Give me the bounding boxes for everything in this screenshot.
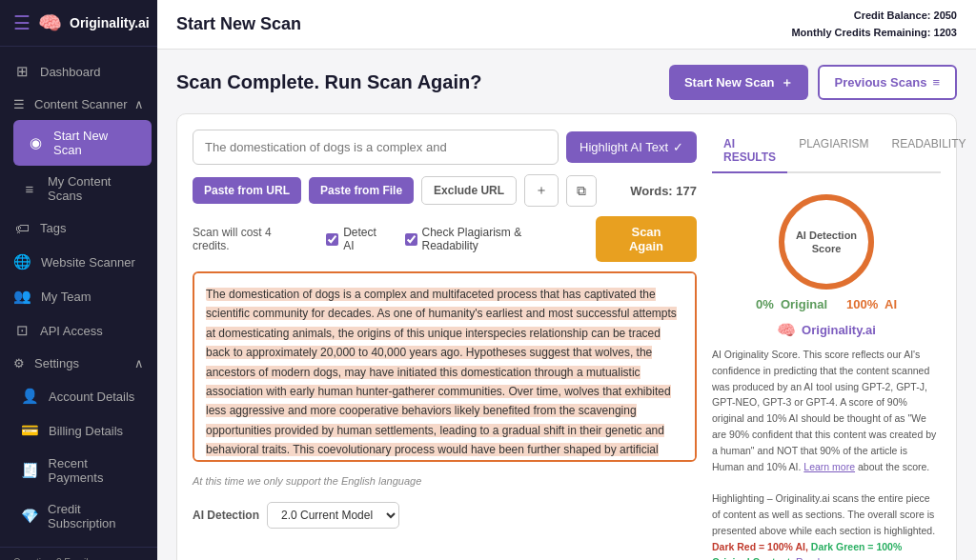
tag-icon: 🏷 [13,220,30,236]
sidebar-item-dashboard[interactable]: ⊞ Dashboard [0,54,157,89]
sidebar-sub-scanner: ◉ Start New Scan ≡ My Content Scans [0,120,157,211]
receipt-icon: 🧾 [21,462,39,479]
read-more-link[interactable]: Read more. [796,556,848,560]
previous-scans-label: Previous Scans [835,75,927,90]
tab-plagiarism[interactable]: PLAGIARISM [787,130,880,173]
sidebar-item-api-access[interactable]: ⊡ API Access [0,313,157,348]
exclude-url-button[interactable]: Exclude URL [421,176,517,205]
content-area: Scan Complete. Run Scan Again? Start New… [157,50,976,560]
paste-from-file-button[interactable]: Paste from File [309,177,414,204]
brain-logo-icon: 🧠 [38,11,62,34]
action-row: Paste from URL Paste from File Exclude U… [193,174,697,207]
paste-from-url-button[interactable]: Paste from URL [193,177,301,204]
globe-icon: 🌐 [13,253,31,270]
sidebar-item-label: Billing Details [49,424,123,438]
ai-detection-row: AI Detection 2.0 Current Model [193,502,697,529]
topbar: Start New Scan Credit Balance: 2050 Mont… [157,0,976,50]
sidebar-footer: Questions? Email support@originality.ai … [0,547,157,560]
sidebar-item-label: Dashboard [40,65,101,79]
brand-name: Originality.ai [70,15,150,30]
scanner-left: Highlight AI Text ✓ Paste from URL Paste… [193,130,697,560]
scanner-box: Highlight AI Text ✓ Paste from URL Paste… [176,113,957,560]
originality-brand-name: Originality.ai [802,323,876,337]
highlighted-text-area: The domestication of dogs is a complex a… [193,271,697,462]
sidebar-item-tags[interactable]: 🏷 Tags [0,211,157,245]
learn-more-link[interactable]: Learn more [803,461,855,472]
copy-icon-button[interactable]: ⧉ [566,175,597,207]
scan-again-button[interactable]: Scan Again [596,216,697,262]
sidebar-item-my-team[interactable]: 👥 My Team [0,279,157,313]
score-circle: AI Detection Score [779,194,874,290]
dark-red-legend: Dark Red = 100% AI, [712,541,808,552]
scan-header-buttons: Start New Scan ＋ Previous Scans ≡ [669,65,957,100]
sidebar-item-content-scanner[interactable]: ☰ Content Scanner ∧ [0,89,157,120]
diamond-icon: 💎 [21,508,38,525]
sidebar-item-label: Website Scanner [41,255,135,270]
ai-score: 100% AI [846,297,897,311]
detect-ai-checkbox-label[interactable]: Detect AI [326,226,389,252]
score-row: 0% Original 100% AI [712,297,941,311]
scan-text-input[interactable] [193,130,559,165]
sidebar-item-label: Recent Payments [49,456,144,485]
originality-brain-icon: 🧠 [777,321,796,339]
scan-complete-title: Scan Complete. Run Scan Again? [176,71,481,93]
sidebar-item-account-details[interactable]: 👤 Account Details [8,379,157,413]
sidebar-sub-settings: 👤 Account Details 💳 Billing Details 🧾 Re… [0,379,157,539]
add-icon-button[interactable]: ＋ [524,174,559,207]
highlight-ai-text-button[interactable]: Highlight AI Text ✓ [566,131,697,163]
originality-brand: 🧠 Originality.ai [712,321,941,339]
scan-header: Scan Complete. Run Scan Again? Start New… [176,65,957,100]
score-label-line1: AI Detection [796,229,857,242]
sidebar-item-start-new-scan[interactable]: ◉ Start New Scan [13,120,152,166]
input-row: Highlight AI Text ✓ [193,130,697,165]
user-icon: 👤 [21,388,39,405]
sidebar-item-website-scanner[interactable]: 🌐 Website Scanner [0,245,157,279]
menu-icon: ≡ [932,75,940,90]
gear-icon: ⚙ [13,356,25,370]
hamburger-icon[interactable]: ☰ [13,11,30,34]
sidebar-item-credit-subscription[interactable]: 💎 Credit Subscription [8,493,157,539]
sidebar-item-label: API Access [40,324,103,338]
monthly-credits-value: 1203 [934,27,957,38]
sidebar-section-label: Settings [34,356,79,370]
tab-readability[interactable]: READABILITY [880,130,976,173]
sidebar-item-billing-details[interactable]: 💳 Billing Details [8,413,157,448]
start-new-scan-label: Start New Scan [684,75,775,90]
sidebar-item-my-content-scans[interactable]: ≡ My Content Scans [8,166,157,211]
sidebar-nav: ⊞ Dashboard ☰ Content Scanner ∧ ◉ Start … [0,47,157,547]
sidebar-item-settings[interactable]: ⚙ Settings ∧ [0,348,157,379]
start-new-scan-button[interactable]: Start New Scan ＋ [669,65,808,100]
ai-detection-select[interactable]: 2.0 Current Model [267,502,399,529]
sidebar-item-label: Start New Scan [53,129,138,157]
results-panel: AI RESULTS PLAGIARISM READABILITY AI Det… [712,130,941,560]
chevron-up-icon: ∧ [134,97,144,111]
plagiarism-checkbox-label[interactable]: Check Plagiarism & Readability [405,226,581,252]
score-label-line2: Score [812,242,842,255]
detect-ai-checkbox[interactable] [326,233,338,246]
sidebar-item-recent-payments[interactable]: 🧾 Recent Payments [8,448,157,493]
sidebar-item-label: Account Details [49,390,134,404]
sidebar-item-label: My Team [41,290,92,304]
dashboard-icon: ⊞ [13,63,30,80]
sidebar-header: ☰ 🧠 Originality.ai [0,0,157,47]
ai-detection-label: AI Detection [193,509,259,522]
words-count: Words: 177 [630,184,697,198]
cost-text: Scan will cost 4 credits. [193,226,311,252]
sidebar-item-label: My Content Scans [48,174,144,203]
plagiarism-checkbox[interactable] [405,233,417,246]
sidebar-item-label: Tags [40,221,66,235]
sidebar: ☰ 🧠 Originality.ai ⊞ Dashboard ☰ Content… [0,0,157,560]
chevron-up-icon: ∧ [134,356,144,370]
previous-scans-button[interactable]: Previous Scans ≡ [818,65,957,100]
circle-icon: ◉ [27,134,44,151]
list-icon: ≡ [21,181,38,197]
score-circle-container: AI Detection Score [712,194,941,290]
highlighted-passage: The domestication of dogs is a complex a… [206,288,681,462]
credit-balance-value: 2050 [934,10,957,21]
sidebar-item-label: Credit Subscription [48,502,144,530]
main-content: Start New Scan Credit Balance: 2050 Mont… [157,0,976,560]
plus-icon: ＋ [781,74,793,91]
highlight-label: Highlight AI Text [580,140,668,154]
tab-ai-results[interactable]: AI RESULTS [712,130,787,173]
team-icon: 👥 [13,288,31,305]
